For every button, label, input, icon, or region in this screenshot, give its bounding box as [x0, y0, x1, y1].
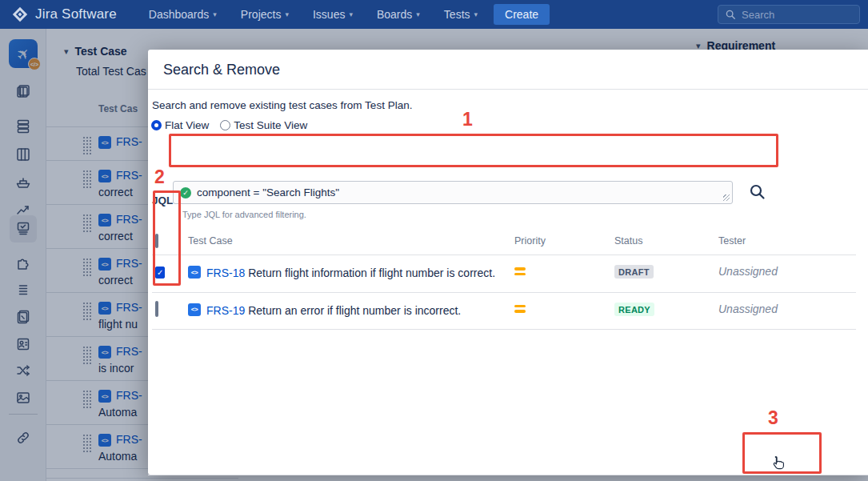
chevron-down-icon: ▾ [349, 10, 353, 18]
annotation-number-2: 2 [154, 166, 165, 188]
annotation-number-1: 1 [462, 109, 473, 130]
column-header-priority: Priority [514, 235, 614, 247]
dialog-header: Search & Remove [148, 50, 868, 90]
logo-text: Jira Software [35, 6, 117, 22]
view-radio-group: Flat View Test Suite View [151, 119, 307, 131]
column-header-tester: Tester [718, 235, 856, 247]
tester-value: Unassigned [718, 265, 856, 278]
table-row[interactable]: ✓ <> FRS-18 Return flight information if… [152, 255, 856, 293]
chevron-down-icon: ▾ [213, 10, 217, 18]
annotation-box-jql [169, 134, 778, 167]
search-icon [725, 9, 737, 21]
jql-input[interactable]: component = "Search Flights" [197, 186, 693, 199]
annotation-box-checkboxes [153, 190, 181, 286]
jql-search-button[interactable] [748, 182, 767, 202]
menu-dashboards[interactable]: Dashboards▾ [149, 8, 217, 21]
tester-value: Unassigned [718, 303, 856, 315]
annotation-number-3: 3 [768, 407, 778, 429]
dialog-footer: Remove Close [148, 475, 868, 481]
test-case-link[interactable]: FRS-18 [206, 267, 245, 279]
dialog-description: Search and remove existing test cases fr… [152, 99, 412, 111]
top-navbar: Jira Software Dashboards▾ Projects▾ Issu… [0, 0, 868, 29]
flat-view-radio[interactable]: Flat View [151, 119, 209, 131]
radio-selected-icon[interactable] [151, 120, 162, 130]
menu-projects[interactable]: Projects▾ [241, 8, 289, 21]
column-header-test-case: Test Case [188, 235, 514, 247]
chevron-down-icon: ▾ [474, 10, 478, 18]
row-checkbox[interactable] [155, 301, 158, 317]
jira-diamond-icon [11, 6, 29, 23]
test-issue-icon: <> [188, 266, 201, 279]
dialog-title: Search & Remove [163, 62, 280, 78]
search-results-table: Test Case Priority Status Tester ✓ <> FR… [152, 229, 856, 330]
chevron-down-icon: ▾ [416, 10, 420, 18]
table-header-row: Test Case Priority Status Tester [152, 229, 856, 255]
create-button[interactable]: Create [494, 4, 550, 25]
test-issue-icon: <> [188, 303, 201, 316]
jql-input-box[interactable]: ✓ component = "Search Flights" [173, 181, 733, 204]
mouse-cursor-hand-icon [770, 455, 786, 475]
priority-medium-icon [514, 305, 614, 315]
search-and-remove-dialog: Search & Remove Search and remove existi… [148, 50, 868, 475]
jql-valid-check-icon: ✓ [180, 187, 191, 198]
test-case-link[interactable]: FRS-19 [206, 304, 245, 317]
test-case-summary: FRS-18 Return flight information if flig… [206, 265, 498, 283]
jira-logo[interactable]: Jira Software [11, 6, 117, 23]
table-row[interactable]: <> FRS-19 Return an error if flight numb… [152, 293, 856, 331]
global-search-input[interactable] [742, 9, 846, 21]
priority-medium-icon [514, 267, 614, 278]
resize-handle-icon[interactable] [723, 194, 730, 201]
menu-tests[interactable]: Tests▾ [444, 8, 478, 21]
jql-hint-text: Type JQL for advanced filtering. [182, 210, 306, 219]
menu-boards[interactable]: Boards▾ [377, 8, 420, 21]
chevron-down-icon: ▾ [285, 10, 289, 18]
nav-menus: Dashboards▾ Projects▾ Issues▾ Boards▾ Te… [149, 8, 478, 21]
menu-issues[interactable]: Issues▾ [313, 8, 353, 21]
status-badge: READY [614, 303, 654, 316]
test-suite-view-radio[interactable]: Test Suite View [220, 119, 307, 131]
global-search-box[interactable] [718, 5, 860, 24]
column-header-status: Status [614, 235, 718, 247]
radio-unselected-icon[interactable] [220, 120, 230, 130]
status-badge: DRAFT [614, 265, 654, 279]
test-case-summary: FRS-19 Return an error if flight number … [206, 303, 498, 320]
